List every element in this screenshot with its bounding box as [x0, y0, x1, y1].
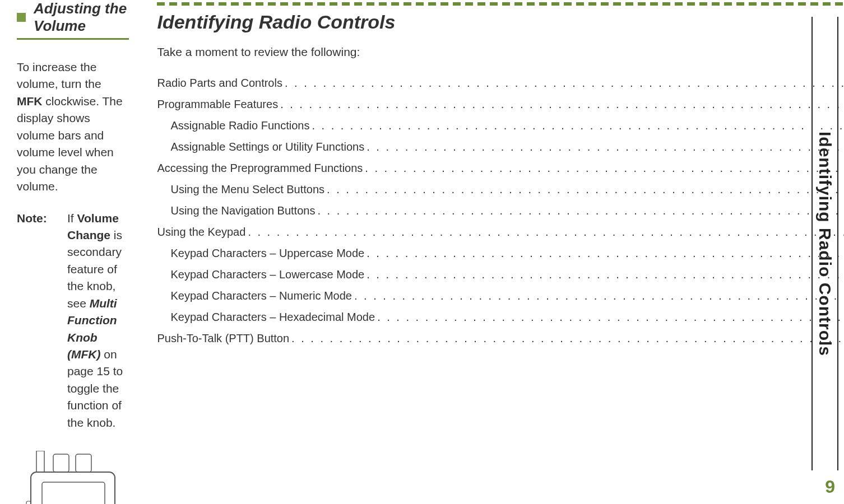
toc-leader-dots	[364, 242, 844, 264]
heading-bullet-icon	[17, 13, 26, 22]
toc-entry: Keypad Characters – Lowercase Modepage 1…	[157, 264, 844, 285]
toc-entry: Radio Parts and Controlspage 10	[157, 72, 844, 94]
toc-label: Assignable Radio Functions	[170, 115, 309, 136]
toc-leader-dots	[278, 94, 844, 115]
radio-illustration: Main Speaker	[17, 448, 129, 504]
section-heading-text: Adjusting the Volume	[34, 0, 129, 35]
page-number: 9	[825, 477, 835, 497]
svg-rect-25	[26, 501, 31, 504]
toc-entry: Using the Keypadpage 16	[157, 221, 844, 242]
toc-entry: Keypad Characters – Uppercase Modepage 1…	[157, 242, 844, 264]
toc-label: Accessing the Preprogrammed Functions	[157, 157, 363, 179]
toc-entry: Assignable Radio Functionspage 11	[157, 115, 844, 136]
toc-label: Keypad Characters – Lowercase Mode	[170, 264, 364, 285]
chapter-heading: Identifying Radio Controls	[157, 11, 844, 33]
toc-leader-dots	[375, 306, 844, 328]
chapter-intro: Take a moment to review the following:	[157, 45, 844, 59]
toc-leader-dots	[309, 115, 844, 136]
svg-rect-0	[36, 451, 44, 472]
side-tab-text: Identifying Radio Controls	[815, 132, 834, 356]
note-body: If Volume Change is secondary feature of…	[67, 210, 129, 432]
toc-leader-dots	[289, 328, 844, 349]
note-label: Note:	[17, 210, 67, 432]
text-fragment: To increase the volume, turn the	[17, 60, 101, 90]
svg-rect-2	[76, 454, 91, 472]
toc-entry: Push-To-Talk (PTT) Buttonpage 20	[157, 328, 844, 349]
toc-label: Keypad Characters – Uppercase Mode	[170, 242, 364, 264]
toc-label: Using the Keypad	[157, 221, 245, 242]
toc-leader-dots	[245, 221, 844, 242]
radio-svg-icon	[20, 451, 126, 504]
note-volume-change: Note: If Volume Change is secondary feat…	[17, 210, 129, 432]
volume-increase-paragraph: To increase the volume, turn the MFK clo…	[17, 59, 129, 195]
toc-leader-dots	[315, 200, 844, 221]
toc-entry: Using the Menu Select Buttonspage 14	[157, 179, 844, 200]
toc-leader-dots	[282, 72, 844, 94]
svg-rect-4	[42, 482, 105, 504]
toc-label: Programmable Features	[157, 94, 278, 115]
toc-entry: Using the Navigation Buttonspage 14	[157, 200, 844, 221]
toc-label: Using the Navigation Buttons	[170, 200, 315, 221]
table-of-contents: Radio Parts and Controlspage 10Programma…	[157, 72, 844, 349]
toc-leader-dots	[352, 285, 844, 306]
toc-label: Keypad Characters – Hexadecimal Mode	[170, 306, 375, 328]
section-heading: Adjusting the Volume	[17, 0, 129, 35]
toc-entry: Keypad Characters – Hexadecimal Modepage…	[157, 306, 844, 328]
side-tab-label: Identifying Radio Controls	[811, 17, 838, 470]
toc-label: Assignable Settings or Utility Functions	[170, 136, 364, 157]
toc-leader-dots	[324, 179, 844, 200]
toc-label: Push-To-Talk (PTT) Button	[157, 328, 289, 349]
section-underline	[17, 38, 129, 40]
chapter-dashed-rule	[157, 2, 844, 6]
text-fragment: clockwise. The display shows volume bars…	[17, 95, 123, 193]
toc-entry: Programmable Featurespage 11	[157, 94, 844, 115]
toc-entry: Assignable Settings or Utility Functions…	[157, 136, 844, 157]
toc-label: Using the Menu Select Buttons	[170, 179, 324, 200]
toc-leader-dots	[364, 264, 844, 285]
svg-rect-1	[53, 454, 69, 472]
svg-rect-3	[31, 472, 115, 504]
toc-entry: Accessing the Preprogrammed Functionspag…	[157, 157, 844, 179]
toc-label: Radio Parts and Controls	[157, 72, 282, 94]
toc-label: Keypad Characters – Numeric Mode	[170, 285, 351, 306]
toc-leader-dots	[363, 157, 844, 179]
toc-leader-dots	[364, 136, 844, 157]
mfk-term: MFK	[17, 95, 43, 108]
toc-entry: Keypad Characters – Numeric Modepage 18	[157, 285, 844, 306]
text-fragment: If	[67, 212, 77, 225]
